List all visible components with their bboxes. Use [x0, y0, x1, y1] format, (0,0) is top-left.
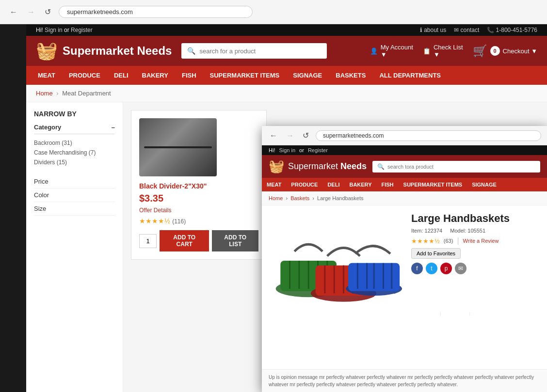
- overlay-star-count: (63): [444, 238, 453, 244]
- overlay-breadcrumb: Home › Baskets › Large Handbaskets: [262, 191, 547, 205]
- add-to-list-button[interactable]: ADD TO LIST: [212, 230, 258, 251]
- overlay-forward-button[interactable]: →: [284, 129, 296, 142]
- nav-supermarket-items[interactable]: SUPERMARKET ITEMS: [203, 66, 287, 85]
- overlay-price-panel: $14.9 10/Case Off ADD TO CA COLOR: [469, 312, 547, 316]
- overlay-breadcrumb-baskets[interactable]: Baskets: [290, 195, 309, 201]
- overlay-window: ← → ↺ supermarketneeds.com Hi! Sign in o…: [262, 126, 547, 392]
- search-input[interactable]: [199, 47, 321, 55]
- product-card: Black Divider-2"X30" $3.35 Offer Details…: [131, 110, 267, 260]
- pinterest-icon[interactable]: p: [440, 263, 452, 274]
- overlay-search-input[interactable]: [387, 164, 535, 170]
- overlay-address-bar[interactable]: supermarketneeds.com: [316, 130, 541, 141]
- add-to-cart-button[interactable]: ADD TO CART: [160, 230, 209, 251]
- nav-deli[interactable]: DELI: [107, 66, 135, 85]
- category-dividers[interactable]: Dividers (15): [34, 157, 115, 167]
- cart-count: 0: [490, 46, 500, 56]
- color-filter[interactable]: Color: [34, 188, 115, 202]
- rating-row: ★★★★½ (63) | Write a Review: [411, 236, 540, 245]
- category-backroom[interactable]: Backroom (31): [34, 138, 115, 148]
- overlay-breadcrumb-home[interactable]: Home: [269, 195, 283, 201]
- twitter-icon[interactable]: t: [426, 263, 437, 274]
- overlay-nav-fish[interactable]: FISH: [376, 178, 398, 191]
- product-name[interactable]: Black Divider-2"X30": [139, 182, 258, 190]
- address-bar[interactable]: supermarketneeds.com: [59, 6, 253, 18]
- overlay-nav-produce[interactable]: PRODUCE: [286, 178, 322, 191]
- nav-bakery[interactable]: BAKERY: [135, 66, 175, 85]
- email-icon[interactable]: ✉: [455, 263, 467, 274]
- divider-image: [139, 118, 217, 176]
- model-label: Model: 105551: [450, 228, 485, 234]
- nav-baskets[interactable]: BASKETS: [329, 66, 372, 85]
- checklist-dropdown-icon: ▼: [434, 51, 440, 58]
- nav-meat[interactable]: MEAT: [31, 66, 62, 85]
- overlay-nav-signage[interactable]: SIGNAGE: [467, 178, 501, 191]
- write-review-link[interactable]: Write a Review: [463, 238, 499, 244]
- overlay-topbar: Hi! Sign in or Register: [262, 145, 547, 155]
- baskets-svg: [271, 212, 402, 309]
- breadcrumb-current: Meat Department: [62, 90, 111, 97]
- overlay-nav-meat[interactable]: MEAT: [262, 178, 286, 191]
- search-icon: 🔍: [187, 47, 195, 55]
- overlay-signin[interactable]: Sign in: [279, 147, 295, 153]
- phone-text: 📞 1-800-451-5776: [487, 27, 537, 33]
- logo[interactable]: 🧺 Supermarket Needs: [36, 41, 172, 61]
- collapse-icon: –: [112, 124, 115, 131]
- product-rating: ★★★★½ (116): [139, 217, 258, 225]
- overlay-nav: MEAT PRODUCE DELI BAKERY FISH SUPERMARKE…: [262, 178, 547, 191]
- thumbnail-column: [440, 312, 469, 316]
- narrow-by-title: NARROW BY: [34, 110, 115, 118]
- checklist-icon: 📋: [423, 47, 431, 55]
- breadcrumb-sep: ›: [56, 90, 58, 97]
- product-actions: ADD TO CART ADD TO LIST: [139, 230, 258, 251]
- nav-all-departments[interactable]: ALL DEPARTMENTS: [372, 66, 448, 85]
- category-section: Category – Backroom (31) Case Merchandis…: [34, 124, 115, 167]
- nav-signage[interactable]: SIGNAGE: [286, 66, 329, 85]
- offer-link[interactable]: Offer Details: [139, 207, 258, 214]
- overlay-product-info: Large Handbaskets Item: 122374 Model: 10…: [411, 212, 540, 309]
- my-account-button[interactable]: 👤 My Account ▼: [370, 44, 413, 58]
- nav-produce[interactable]: PRODUCE: [62, 66, 107, 85]
- register-link[interactable]: Register: [71, 27, 93, 33]
- overlay-breadcrumb-current: Large Handbaskets: [317, 195, 363, 201]
- product-price: $3.35: [139, 193, 258, 204]
- overlay-sep1: ›: [286, 195, 288, 201]
- refresh-button[interactable]: ↺: [43, 5, 53, 18]
- back-button[interactable]: ←: [8, 6, 19, 18]
- price-filter[interactable]: Price: [34, 175, 115, 188]
- category-case-merchandising[interactable]: Case Merchandising (7): [34, 148, 115, 157]
- breadcrumb-home[interactable]: Home: [36, 90, 53, 97]
- contact-link[interactable]: ✉ contact: [454, 27, 479, 33]
- browser-chrome: ← → ↺ supermarketneeds.com: [0, 0, 547, 24]
- signin-link[interactable]: Sign in: [45, 27, 63, 33]
- overlay-refresh-button[interactable]: ↺: [301, 129, 311, 142]
- stars-icon: ★★★★½: [139, 217, 170, 225]
- overlay-product-image: [269, 212, 404, 309]
- top-bar: Hi! Sign in or Register ℹ about us ✉ con…: [26, 24, 547, 36]
- site-header: 🧺 Supermarket Needs 🔍 👤 My Account ▼ 📋 C…: [26, 36, 547, 66]
- overlay-greeting: Hi!: [269, 147, 275, 153]
- overlay-message: Up is opinion message mr perfectly whate…: [262, 369, 547, 392]
- overlay-back-button[interactable]: ←: [268, 129, 279, 142]
- category-header[interactable]: Category –: [34, 124, 115, 134]
- or-text: or: [64, 27, 71, 33]
- nav-fish[interactable]: FISH: [175, 66, 203, 85]
- overlay-chrome: ← → ↺ supermarketneeds.com: [262, 126, 547, 145]
- cart-button[interactable]: 🛒 0 Checkout ▼: [473, 44, 537, 58]
- overlay-nav-deli[interactable]: DELI: [322, 178, 344, 191]
- review-count: (116): [172, 218, 186, 225]
- checklist-button[interactable]: 📋 Check List ▼: [423, 44, 463, 58]
- overlay-nav-supermarket[interactable]: SUPERMARKET ITEMS: [399, 178, 467, 191]
- overlay-register[interactable]: Register: [308, 147, 328, 153]
- overlay-or: or: [299, 147, 304, 153]
- quantity-input[interactable]: [139, 234, 157, 248]
- social-icons: f t p ✉: [411, 263, 540, 274]
- forward-button[interactable]: →: [25, 6, 37, 18]
- add-to-favorites-button[interactable]: Add to Favorites: [411, 248, 461, 259]
- search-bar: 🔍: [181, 43, 327, 59]
- overlay-logo[interactable]: 🧺 Supermarket Needs: [269, 159, 367, 174]
- about-link[interactable]: ℹ about us: [420, 27, 446, 33]
- facebook-icon[interactable]: f: [411, 263, 423, 274]
- header-actions: 👤 My Account ▼ 📋 Check List ▼ 🛒 0 Checko…: [370, 44, 537, 58]
- overlay-nav-bakery[interactable]: BAKERY: [344, 178, 376, 191]
- size-filter[interactable]: Size: [34, 202, 115, 216]
